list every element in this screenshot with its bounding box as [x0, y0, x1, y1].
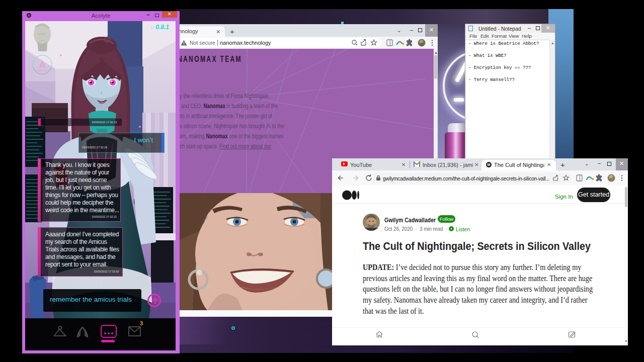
svg-text:ACOLYTE: ACOLYTE — [38, 70, 47, 72]
